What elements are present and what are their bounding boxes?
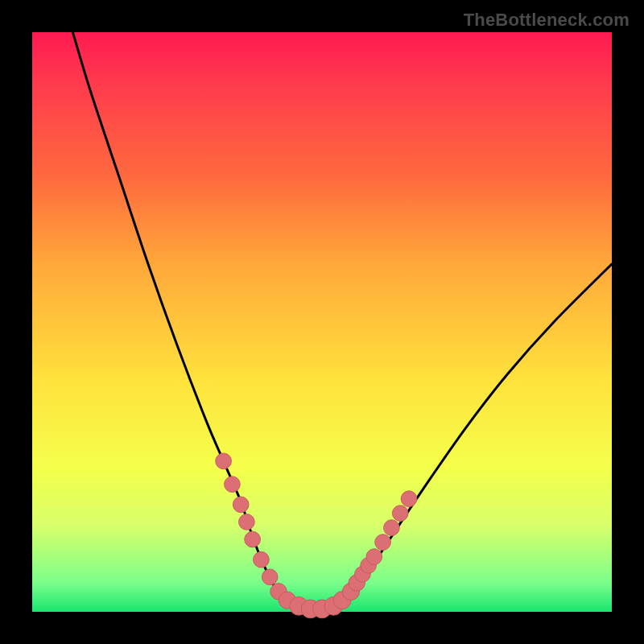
- data-marker: [375, 535, 391, 551]
- data-marker: [262, 569, 278, 585]
- data-marker: [245, 531, 261, 547]
- data-marker: [384, 520, 400, 536]
- data-marker: [233, 497, 249, 513]
- data-marker: [392, 506, 408, 522]
- plot-area: [32, 32, 612, 612]
- chart-frame: TheBottleneck.com: [0, 0, 644, 644]
- chart-svg: [32, 32, 612, 612]
- data-marker: [401, 491, 417, 507]
- watermark-text: TheBottleneck.com: [464, 10, 630, 31]
- data-marker: [239, 514, 255, 530]
- marker-group: [216, 453, 417, 618]
- data-marker: [216, 453, 232, 469]
- bottleneck-curve: [72, 32, 612, 609]
- data-marker: [366, 549, 382, 565]
- data-marker: [225, 477, 241, 493]
- data-marker: [254, 551, 270, 568]
